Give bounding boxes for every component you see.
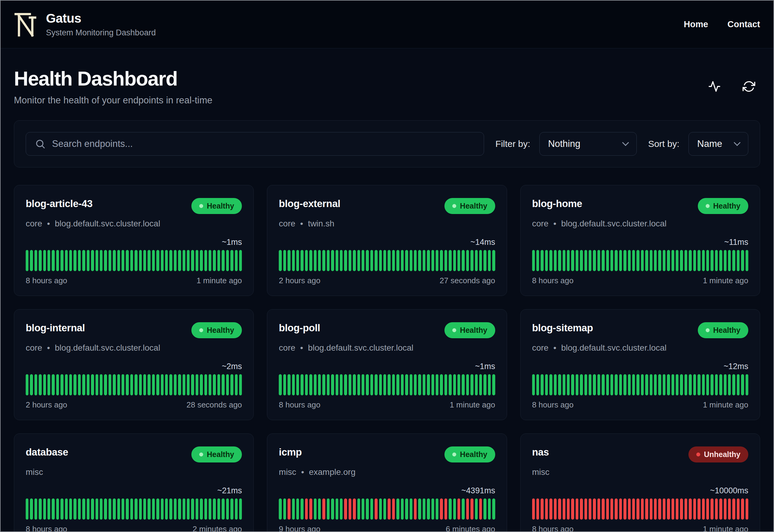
health-bar-up <box>392 374 395 395</box>
health-bar-up <box>719 250 722 271</box>
health-bar-up <box>645 374 648 395</box>
search-input[interactable] <box>26 132 484 156</box>
uptime-bars <box>279 250 495 271</box>
health-bar-up <box>715 250 718 271</box>
health-bar-up <box>401 250 404 271</box>
health-bar-up <box>283 498 286 520</box>
sort-select[interactable]: Name <box>688 132 748 156</box>
filter-toolbar: Filter by: Nothing Sort by: Name <box>14 120 760 167</box>
health-bar-up <box>724 374 727 395</box>
health-bar-up <box>650 250 652 271</box>
health-bar-down <box>388 498 390 520</box>
health-bar-up <box>492 498 495 520</box>
health-bar-up <box>545 250 548 271</box>
status-dot-icon <box>706 204 710 208</box>
health-bar-up <box>156 374 159 395</box>
health-bar-up <box>336 374 338 395</box>
health-bar-up <box>183 498 185 520</box>
health-bar-up <box>336 250 338 271</box>
health-bar-up <box>139 250 142 271</box>
endpoint-card[interactable]: blog-poll Healthy core • blog.default.sv… <box>267 309 507 420</box>
time-newest: 27 seconds ago <box>440 276 495 285</box>
health-bar-up <box>104 250 107 271</box>
health-bar-up <box>641 374 644 395</box>
health-bar-up <box>401 498 404 520</box>
health-bar-up <box>340 374 343 395</box>
health-bar-up <box>462 498 464 520</box>
health-bar-up <box>483 250 486 271</box>
status-badge: Healthy <box>444 198 495 214</box>
health-bar-up <box>645 250 648 271</box>
status-badge: Healthy <box>191 446 242 462</box>
endpoint-card[interactable]: icmp Healthy misc • example.org ~4391ms … <box>267 433 507 532</box>
status-dot-icon <box>696 453 700 456</box>
health-bar-up <box>680 250 683 271</box>
health-bar-up <box>91 498 94 520</box>
endpoint-card[interactable]: database Healthy misc • ~21ms 8 hours ag… <box>14 433 254 532</box>
endpoint-card[interactable]: blog-internal Healthy core • blog.defaul… <box>14 309 254 420</box>
health-bar-down <box>615 498 617 520</box>
health-bar-up <box>222 498 224 520</box>
endpoint-card[interactable]: blog-home Healthy core • blog.default.sv… <box>520 185 760 296</box>
endpoint-card[interactable]: blog-external Healthy core • twin.sh ~14… <box>267 185 507 296</box>
health-bar-up <box>593 250 596 271</box>
health-bar-up <box>130 374 133 395</box>
health-bar-down <box>641 498 644 520</box>
nav-link-contact[interactable]: Contact <box>727 19 760 29</box>
health-bar-up <box>109 250 111 271</box>
health-bar-up <box>436 250 438 271</box>
health-bar-down <box>715 498 718 520</box>
health-bar-up <box>388 374 390 395</box>
health-bar-up <box>427 250 430 271</box>
health-bar-up <box>213 250 216 271</box>
health-bar-up <box>741 250 744 271</box>
health-bar-up <box>366 498 369 520</box>
brand-subtitle: System Monitoring Dashboard <box>46 28 156 37</box>
health-bar-up <box>100 250 102 271</box>
health-bar-up <box>576 374 578 395</box>
health-bar-up <box>43 250 46 271</box>
health-bar-up <box>226 498 229 520</box>
endpoint-group: core <box>279 219 295 229</box>
health-bar-up <box>650 374 652 395</box>
health-bar-up <box>449 250 451 271</box>
health-bar-up <box>161 374 164 395</box>
health-bar-up <box>82 250 85 271</box>
health-bar-up <box>34 374 37 395</box>
health-bar-up <box>396 374 399 395</box>
nav-link-home[interactable]: Home <box>684 19 708 29</box>
health-bar-up <box>667 250 670 271</box>
health-bar-down <box>610 498 613 520</box>
filter-select[interactable]: Nothing <box>539 132 637 156</box>
health-bar-up <box>689 250 691 271</box>
endpoint-card[interactable]: blog-article-43 Healthy core • blog.defa… <box>14 185 254 296</box>
uptime-bars <box>279 374 495 395</box>
activity-icon[interactable] <box>708 80 721 93</box>
health-bar-up <box>292 498 295 520</box>
health-bar-down <box>563 498 565 520</box>
health-bar-up <box>143 498 146 520</box>
health-bar-up <box>130 498 133 520</box>
status-dot-icon <box>452 204 456 208</box>
health-bar-up <box>82 374 85 395</box>
health-bar-up <box>597 250 600 271</box>
health-bar-down <box>288 498 290 520</box>
health-bar-down <box>746 498 748 520</box>
health-bar-up <box>56 250 59 271</box>
health-bar-up <box>235 374 238 395</box>
health-bar-up <box>69 250 72 271</box>
health-bar-down <box>737 498 740 520</box>
health-bar-up <box>492 250 495 271</box>
endpoint-card[interactable]: nas Unhealthy misc • ~10000ms 8 hours ag… <box>520 433 760 532</box>
endpoint-name: icmp <box>279 446 302 458</box>
endpoint-host: blog.default.svc.cluster.local <box>561 219 667 229</box>
health-bar-up <box>410 498 412 520</box>
health-bar-up <box>536 250 539 271</box>
health-bar-up <box>483 498 486 520</box>
refresh-icon[interactable] <box>743 80 755 93</box>
health-bar-up <box>100 498 102 520</box>
health-bar-up <box>658 374 661 395</box>
health-bar-down <box>636 498 639 520</box>
endpoint-card[interactable]: blog-sitemap Healthy core • blog.default… <box>520 309 760 420</box>
time-oldest: 8 hours ago <box>532 524 574 532</box>
